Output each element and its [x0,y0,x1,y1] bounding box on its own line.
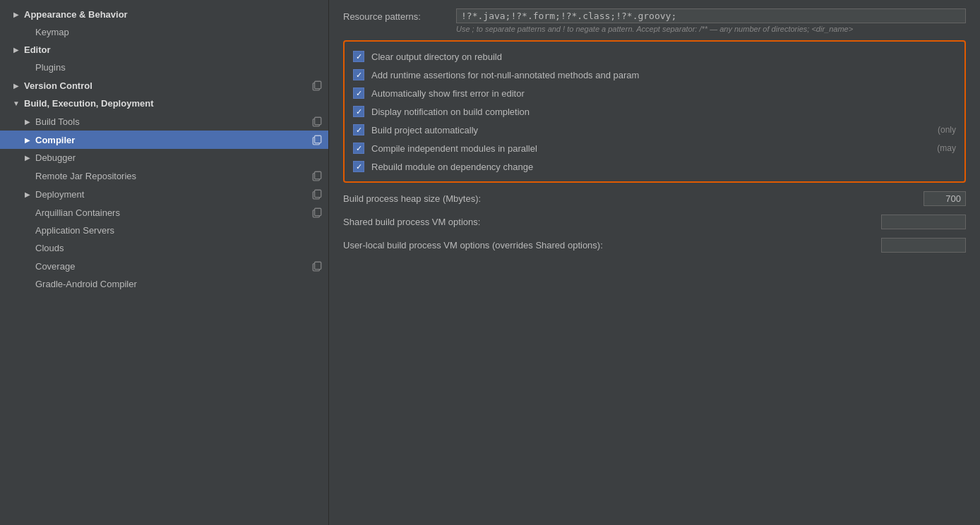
checkbox-label: Display notification on build completion [371,107,956,117]
sidebar-item-label: Keymap [35,27,323,37]
copy-icon [311,207,323,218]
checkbox-label: Rebuild module on dependency change [371,162,956,172]
checkbox-icon[interactable]: ✓ [353,124,364,135]
arrow-icon: ▶ [11,11,21,18]
shared-vm-row: Shared build process VM options: [343,215,966,229]
checkbox-label: Compile independent modules in parallel [371,143,931,154]
checkbox-rebuild-on-dependency: ✓ Rebuild module on dependency change [353,157,956,176]
shared-vm-label: Shared build process VM options: [343,217,881,227]
checkbox-icon[interactable]: ✓ [353,161,364,172]
sidebar-item-label: Debugger [35,152,323,163]
sidebar-item-appearance[interactable]: ▶ Appearance & Behavior [0,6,328,23]
sidebar-item-label: Arquillian Containers [35,207,309,218]
sidebar-item-arquillian[interactable]: Arquillian Containers [0,203,328,222]
sidebar-item-label: Deployment [35,189,309,200]
sidebar-item-gradle-android[interactable]: Gradle-Android Compiler [0,275,328,293]
checkbox-clear-output: ✓ Clear output directory on rebuild [353,47,956,66]
checkbox-show-first-error: ✓ Automatically show first error in edit… [353,84,956,102]
settings-sidebar: ▶ Appearance & Behavior Keymap ▶ Editor … [0,0,329,525]
sidebar-item-deployment[interactable]: ▶ Deployment [0,185,328,203]
sidebar-item-debugger[interactable]: ▶ Debugger [0,149,328,167]
checkbox-icon[interactable]: ✓ [353,88,364,99]
arrow-icon: ▶ [23,136,32,144]
checkbox-icon[interactable]: ✓ [353,51,364,62]
sidebar-item-label: Application Servers [35,225,323,236]
shared-vm-input[interactable] [881,215,966,229]
copy-icon [311,170,323,181]
sidebar-item-label: Appearance & Behavior [24,9,323,20]
sidebar-item-label: Plugins [35,62,323,73]
checkbox-note: (may [937,143,956,153]
arrow-icon: ▶ [11,82,21,90]
checkbox-label: Add runtime assertions for not-null-anno… [371,70,956,80]
copy-icon [311,260,323,272]
resource-patterns-input[interactable]: !?*.java;!?*.form;!?*.class;!?*.groovy; [456,8,966,23]
sidebar-item-plugins[interactable]: Plugins [0,59,328,76]
resource-patterns-row: Resource patterns: !?*.java;!?*.form;!?*… [343,8,966,33]
checkbox-label: Build project automatically [371,125,932,135]
arrow-icon: ▶ [23,191,32,198]
heap-size-label: Build process heap size (Mbytes): [343,193,924,204]
sidebar-item-label: Coverage [35,261,309,272]
arrow-icon: ▶ [23,118,32,126]
checkbox-runtime-assertions: ✓ Add runtime assertions for not-null-an… [353,66,956,84]
checkbox-icon[interactable]: ✓ [353,106,364,117]
svg-rect-9 [315,190,321,197]
sidebar-item-label: Clouds [35,243,323,253]
checkbox-icon[interactable]: ✓ [353,143,364,154]
sidebar-item-version-control[interactable]: ▶ Version Control [0,76,328,95]
checkbox-compile-parallel: ✓ Compile independent modules in paralle… [353,139,956,157]
user-local-vm-input[interactable] [881,238,966,253]
copy-icon [311,80,323,91]
checkbox-display-notification: ✓ Display notification on build completi… [353,102,956,121]
sidebar-item-label: Compiler [35,135,309,145]
sidebar-item-keymap[interactable]: Keymap [0,23,328,41]
sidebar-item-remote-jar[interactable]: Remote Jar Repositories [0,167,328,185]
svg-rect-7 [315,171,321,179]
copy-icon [311,134,323,145]
checkbox-label: Automatically show first error in editor [371,88,956,99]
compiler-options-box: ✓ Clear output directory on rebuild ✓ Ad… [343,40,966,183]
sidebar-item-label: Editor [24,44,323,55]
resource-patterns-hint: Use ; to separate patterns and ! to nega… [456,25,966,33]
copy-icon [311,188,323,200]
user-local-vm-label: User-local build process VM options (ove… [343,240,881,251]
svg-rect-1 [315,81,321,88]
sidebar-item-label: Version Control [24,80,309,91]
checkbox-build-automatically: ✓ Build project automatically (only [353,121,956,139]
arrow-icon: ▼ [11,99,21,107]
svg-rect-11 [315,208,321,215]
checkbox-label: Clear output directory on rebuild [371,52,956,62]
svg-rect-5 [315,135,321,143]
sidebar-item-label: Build Tools [35,116,309,127]
main-content-area: Resource patterns: !?*.java;!?*.form;!?*… [329,0,980,525]
heap-size-input[interactable] [924,191,966,206]
sidebar-item-label: Build, Execution, Deployment [24,98,323,109]
arrow-icon: ▶ [23,154,32,162]
resource-patterns-label: Resource patterns: [343,8,456,22]
user-local-vm-row: User-local build process VM options (ove… [343,238,966,253]
arrow-icon: ▶ [11,46,21,54]
heap-size-row: Build process heap size (Mbytes): [343,191,966,206]
sidebar-item-coverage[interactable]: Coverage [0,257,328,275]
svg-rect-3 [315,117,321,124]
sidebar-item-compiler[interactable]: ▶ Compiler [0,131,328,149]
svg-rect-13 [315,262,321,269]
sidebar-item-label: Remote Jar Repositories [35,171,309,181]
checkbox-icon[interactable]: ✓ [353,69,364,80]
checkbox-note: (only [938,125,956,135]
sidebar-item-editor[interactable]: ▶ Editor [0,41,328,59]
sidebar-item-app-servers[interactable]: Application Servers [0,222,328,239]
sidebar-item-build-execution[interactable]: ▼ Build, Execution, Deployment [0,95,328,112]
sidebar-item-label: Gradle-Android Compiler [35,279,323,289]
copy-icon [311,116,323,127]
sidebar-item-clouds[interactable]: Clouds [0,239,328,257]
sidebar-item-build-tools[interactable]: ▶ Build Tools [0,112,328,131]
